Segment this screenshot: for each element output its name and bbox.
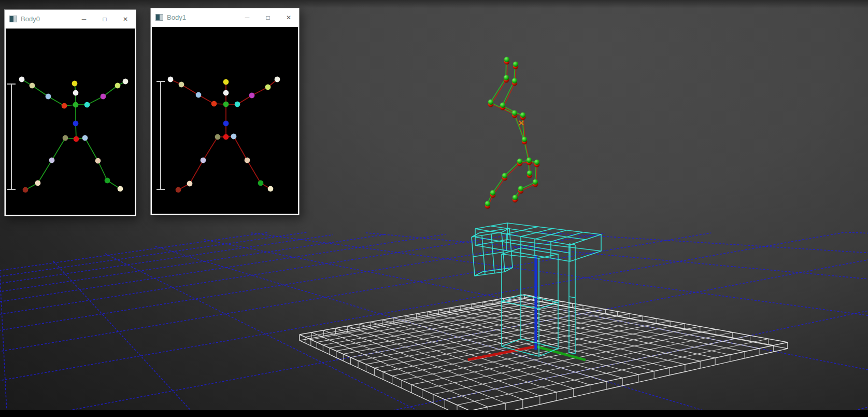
joint3d-green-shoulder-left	[512, 110, 517, 116]
scale-bar	[7, 84, 16, 189]
joint3d-green-shoulder-right	[520, 113, 525, 118]
window-icon	[155, 14, 163, 21]
body1-title-bar[interactable]: Body1 ─ □ ✕	[151, 8, 299, 27]
joint-foot-left	[23, 187, 29, 193]
joint3d-green-foot-left	[485, 201, 490, 206]
joint3d-green-elbow-right	[500, 103, 505, 108]
letterbox-bar	[0, 410, 868, 417]
body0-window[interactable]: Body0 ─ □ ✕	[4, 9, 136, 216]
joint-ankle-left	[35, 180, 41, 186]
maximize-button[interactable]: □	[94, 10, 115, 28]
joint3d-green-foot-right	[513, 195, 518, 200]
joint-neck	[73, 90, 79, 96]
joint-spine	[73, 121, 79, 127]
joint3d-green-hip-stub	[527, 171, 532, 176]
joint-elbow-right	[249, 93, 255, 99]
joint-pelvis	[74, 136, 79, 142]
joint3d-green-knee-left	[502, 173, 507, 178]
joint3d-green-hip-center	[527, 158, 532, 163]
joint-shoulder-right	[235, 102, 240, 107]
joint-hip-left	[63, 135, 68, 141]
skeleton-bones	[170, 79, 277, 190]
joint-elbow-right	[101, 94, 106, 100]
window-title: Body1	[167, 13, 237, 21]
joint3d-green-wrist-left	[504, 75, 509, 80]
joint-ankle-left	[187, 181, 193, 187]
joint3d-green-hip-right	[534, 160, 539, 165]
joint3d-green-ankle-left	[490, 190, 495, 196]
joint-knee-left	[49, 158, 55, 163]
scale-bar	[156, 81, 165, 189]
joint-head	[72, 81, 78, 87]
joint-neck	[223, 90, 229, 96]
3d-viewport-stage[interactable]: Body0 ─ □ ✕ Body1 ─ □ ✕	[0, 0, 868, 417]
minimize-button[interactable]: ─	[237, 8, 258, 26]
joint-hip-left	[215, 134, 221, 140]
skeleton-joints	[168, 77, 280, 193]
joint-hip-right	[231, 134, 237, 140]
window-title: Body0	[21, 15, 74, 23]
joint-shoulder-left	[62, 103, 67, 109]
joint3d-green-ankle-right	[518, 186, 523, 191]
joint3d-green-spine	[522, 137, 527, 142]
skeleton-3d	[485, 57, 539, 209]
joint-shoulder-left	[211, 101, 217, 107]
joint-head	[223, 79, 229, 85]
joint-wrist-right	[265, 85, 271, 90]
joint-chest	[73, 102, 79, 108]
joint-shoulder-right	[84, 102, 90, 108]
skeleton-bones	[22, 79, 125, 190]
joint-spine	[223, 121, 229, 127]
joint-knee-left	[201, 158, 206, 163]
joint-knee-right	[95, 158, 101, 164]
joint-hip-right	[82, 135, 88, 141]
body1-skeleton-canvas	[152, 27, 298, 214]
joint-knee-right	[245, 158, 250, 163]
joint-ankle-right	[105, 178, 110, 184]
joint3d-green-wrist-right	[512, 78, 517, 84]
body0-title-bar[interactable]: Body0 ─ □ ✕	[5, 10, 136, 29]
joint3d-green-hand-left	[504, 57, 509, 62]
close-button[interactable]: ✕	[278, 8, 299, 26]
maximize-button[interactable]: □	[258, 8, 278, 26]
platform-grid	[300, 295, 788, 417]
joint-hand-left	[19, 77, 25, 82]
joint-wrist-left	[179, 82, 184, 88]
minimize-button[interactable]: ─	[74, 10, 94, 28]
close-button[interactable]: ✕	[115, 10, 136, 28]
body0-skeleton-canvas	[6, 29, 135, 215]
joint-chest	[223, 102, 229, 107]
joint3d-green-hand-right	[513, 62, 518, 67]
joint-hand-left	[168, 77, 174, 82]
joint-foot-right	[268, 186, 274, 192]
window-icon	[9, 16, 17, 22]
joint-elbow-left	[46, 94, 51, 100]
skeleton-joints	[19, 77, 129, 193]
joint-hand-right	[275, 77, 280, 82]
joint-foot-right	[118, 186, 123, 192]
joint-hand-right	[123, 79, 129, 85]
joint-pelvis	[223, 134, 229, 140]
joint-wrist-left	[30, 83, 35, 89]
joint3d-green-hip-left	[517, 159, 522, 164]
body1-window[interactable]: Body1 ─ □ ✕	[150, 8, 300, 215]
joint3d-green-elbow-left	[488, 100, 493, 105]
joint3d-green-knee-right	[533, 179, 538, 185]
joint-ankle-right	[258, 180, 264, 186]
joint-foot-left	[176, 187, 181, 193]
joint-wrist-right	[115, 83, 121, 89]
joint-elbow-left	[196, 92, 202, 98]
